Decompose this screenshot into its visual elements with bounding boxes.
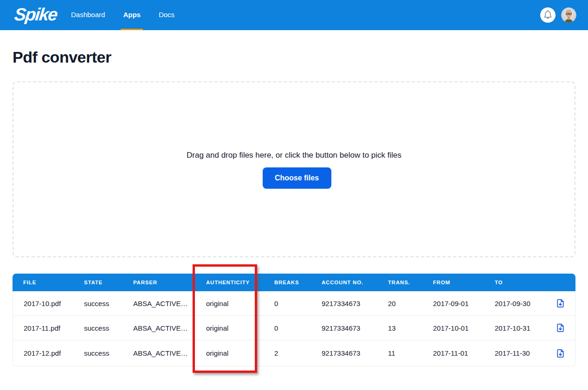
- column-header-breaks[interactable]: BREAKS: [274, 274, 322, 291]
- cell-from: 2017-11-01: [433, 340, 495, 366]
- cell-parser: ABSA_ACTIVE…: [133, 340, 206, 366]
- download-file-button[interactable]: [556, 323, 564, 332]
- table-header-row: FILE STATE PARSER AUTHENTICITY BREAKS AC…: [13, 274, 575, 291]
- cell-file: 2017-12.pdf: [13, 340, 84, 366]
- cell-authenticity: original: [206, 340, 274, 366]
- cell-authenticity: original: [206, 291, 274, 316]
- cell-account-no: 9217334673: [322, 340, 388, 366]
- download-file-button[interactable]: [556, 299, 564, 308]
- file-download-icon: [556, 323, 564, 332]
- cell-actions: [556, 340, 575, 366]
- cell-state: success: [84, 340, 133, 366]
- cell-trans: 11: [388, 340, 433, 366]
- notifications-button[interactable]: [540, 7, 556, 23]
- cell-trans: 20: [388, 291, 433, 316]
- cell-authenticity: original: [206, 316, 274, 340]
- file-dropzone[interactable]: Drag and drop files here, or click the b…: [13, 81, 575, 257]
- column-header-trans[interactable]: TRANS.: [388, 274, 433, 291]
- cell-actions: [556, 291, 575, 316]
- top-navigation-bar: Spike Dashboard Apps Docs: [0, 0, 588, 30]
- column-header-account-no[interactable]: ACCOUNT NO.: [322, 274, 388, 291]
- nav-item-apps[interactable]: Apps: [121, 0, 143, 30]
- column-header-file[interactable]: FILE: [13, 274, 84, 291]
- table-row[interactable]: 2017-12.pdf success ABSA_ACTIVE… origina…: [13, 340, 575, 366]
- column-header-to[interactable]: TO: [495, 274, 556, 291]
- table-row[interactable]: 2017-10.pdf success ABSA_ACTIVE… origina…: [13, 291, 575, 316]
- cell-breaks: 0: [274, 316, 322, 340]
- file-download-icon: [556, 349, 564, 358]
- column-header-authenticity[interactable]: AUTHENTICITY: [206, 274, 274, 291]
- cell-file: 2017-11.pdf: [13, 316, 84, 340]
- cell-from: 2017-10-01: [433, 316, 495, 340]
- cell-breaks: 2: [274, 340, 322, 366]
- cell-file: 2017-10.pdf: [13, 291, 84, 316]
- cell-trans: 13: [388, 316, 433, 340]
- brand-logo[interactable]: Spike: [14, 0, 57, 30]
- column-header-actions: [556, 274, 575, 291]
- cell-parser: ABSA_ACTIVE…: [133, 316, 206, 340]
- table-row[interactable]: 2017-11.pdf success ABSA_ACTIVE… origina…: [13, 316, 575, 340]
- nav-item-docs[interactable]: Docs: [156, 0, 177, 30]
- nav-item-dashboard[interactable]: Dashboard: [69, 0, 107, 30]
- cell-from: 2017-09-01: [433, 291, 495, 316]
- choose-files-button[interactable]: Choose files: [263, 167, 331, 189]
- download-file-button[interactable]: [556, 349, 564, 358]
- cell-to: 2017-09-30: [495, 291, 556, 316]
- cell-state: success: [84, 291, 133, 316]
- user-avatar[interactable]: [561, 7, 576, 23]
- cell-to: 2017-11-30: [495, 340, 556, 366]
- column-header-from[interactable]: FROM: [433, 274, 495, 291]
- cell-account-no: 9217334673: [322, 291, 388, 316]
- cell-actions: [556, 316, 575, 340]
- page-title: Pdf converter: [13, 48, 111, 66]
- cell-breaks: 0: [274, 291, 322, 316]
- page: Spike Dashboard Apps Docs: [0, 0, 588, 390]
- cell-to: 2017-10-31: [495, 316, 556, 340]
- cell-state: success: [84, 316, 133, 340]
- cell-parser: ABSA_ACTIVE…: [133, 291, 206, 316]
- converted-files-table: FILE STATE PARSER AUTHENTICITY BREAKS AC…: [13, 274, 575, 366]
- column-header-parser[interactable]: PARSER: [133, 274, 206, 291]
- dropzone-instruction: Drag and drop files here, or click the b…: [187, 150, 401, 161]
- brand-logo-text: Spike: [13, 6, 58, 25]
- topbar-actions: [540, 0, 576, 30]
- file-download-icon: [556, 299, 564, 308]
- column-header-state[interactable]: STATE: [84, 274, 133, 291]
- cell-account-no: 9217334673: [322, 316, 388, 340]
- main-nav: Dashboard Apps Docs: [69, 0, 190, 30]
- bell-icon: [543, 10, 553, 20]
